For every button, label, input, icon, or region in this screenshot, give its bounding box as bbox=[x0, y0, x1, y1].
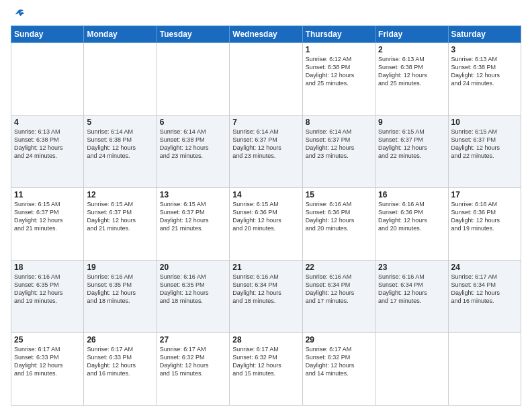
day-info: Sunrise: 6:13 AM Sunset: 6:38 PM Dayligh… bbox=[378, 55, 445, 88]
table-row: 2Sunrise: 6:13 AM Sunset: 6:38 PM Daylig… bbox=[375, 43, 448, 116]
day-info: Sunrise: 6:15 AM Sunset: 6:36 PM Dayligh… bbox=[232, 200, 299, 233]
day-number: 20 bbox=[160, 263, 226, 272]
table-row: 28Sunrise: 6:17 AM Sunset: 6:32 PM Dayli… bbox=[230, 333, 302, 406]
table-row: 25Sunrise: 6:17 AM Sunset: 6:33 PM Dayli… bbox=[11, 333, 84, 406]
col-saturday: Saturday bbox=[448, 26, 521, 43]
day-number: 5 bbox=[87, 118, 153, 127]
calendar-week-row: 4Sunrise: 6:13 AM Sunset: 6:38 PM Daylig… bbox=[11, 116, 521, 188]
day-number: 4 bbox=[14, 118, 81, 127]
day-info: Sunrise: 6:17 AM Sunset: 6:33 PM Dayligh… bbox=[14, 345, 81, 378]
day-info: Sunrise: 6:17 AM Sunset: 6:34 PM Dayligh… bbox=[451, 273, 518, 306]
table-row: 12Sunrise: 6:15 AM Sunset: 6:37 PM Dayli… bbox=[84, 188, 157, 261]
calendar-header-row: Sunday Monday Tuesday Wednesday Thursday… bbox=[11, 26, 521, 43]
table-row: 26Sunrise: 6:17 AM Sunset: 6:33 PM Dayli… bbox=[84, 333, 157, 406]
day-info: Sunrise: 6:15 AM Sunset: 6:37 PM Dayligh… bbox=[14, 200, 81, 233]
col-wednesday: Wednesday bbox=[230, 26, 302, 43]
table-row: 29Sunrise: 6:17 AM Sunset: 6:32 PM Dayli… bbox=[302, 333, 375, 406]
day-info: Sunrise: 6:14 AM Sunset: 6:37 PM Dayligh… bbox=[306, 128, 372, 161]
day-number: 18 bbox=[14, 263, 81, 272]
day-number: 8 bbox=[306, 118, 372, 127]
table-row bbox=[230, 43, 302, 116]
day-number: 13 bbox=[160, 190, 226, 199]
day-info: Sunrise: 6:17 AM Sunset: 6:32 PM Dayligh… bbox=[160, 345, 226, 378]
day-number: 23 bbox=[378, 263, 445, 272]
day-info: Sunrise: 6:16 AM Sunset: 6:34 PM Dayligh… bbox=[306, 273, 372, 306]
table-row: 18Sunrise: 6:16 AM Sunset: 6:35 PM Dayli… bbox=[11, 261, 84, 333]
table-row: 10Sunrise: 6:15 AM Sunset: 6:37 PM Dayli… bbox=[448, 116, 521, 188]
table-row bbox=[84, 43, 157, 116]
logo-bird-icon bbox=[12, 8, 26, 21]
col-monday: Monday bbox=[84, 26, 157, 43]
day-number: 28 bbox=[232, 335, 299, 345]
table-row: 20Sunrise: 6:16 AM Sunset: 6:35 PM Dayli… bbox=[157, 261, 229, 333]
calendar-week-row: 11Sunrise: 6:15 AM Sunset: 6:37 PM Dayli… bbox=[11, 188, 521, 261]
table-row: 17Sunrise: 6:16 AM Sunset: 6:36 PM Dayli… bbox=[448, 188, 521, 261]
day-number: 7 bbox=[232, 118, 299, 127]
day-info: Sunrise: 6:17 AM Sunset: 6:32 PM Dayligh… bbox=[232, 345, 299, 378]
day-info: Sunrise: 6:16 AM Sunset: 6:36 PM Dayligh… bbox=[306, 200, 372, 233]
table-row: 23Sunrise: 6:16 AM Sunset: 6:34 PM Dayli… bbox=[375, 261, 448, 333]
day-info: Sunrise: 6:15 AM Sunset: 6:37 PM Dayligh… bbox=[378, 128, 445, 161]
table-row: 24Sunrise: 6:17 AM Sunset: 6:34 PM Dayli… bbox=[448, 261, 521, 333]
calendar-week-row: 25Sunrise: 6:17 AM Sunset: 6:33 PM Dayli… bbox=[11, 333, 521, 406]
day-number: 10 bbox=[451, 118, 518, 127]
table-row: 21Sunrise: 6:16 AM Sunset: 6:34 PM Dayli… bbox=[230, 261, 302, 333]
day-info: Sunrise: 6:16 AM Sunset: 6:35 PM Dayligh… bbox=[14, 273, 81, 306]
table-row: 7Sunrise: 6:14 AM Sunset: 6:37 PM Daylig… bbox=[230, 116, 302, 188]
calendar-week-row: 1Sunrise: 6:12 AM Sunset: 6:38 PM Daylig… bbox=[11, 43, 521, 116]
day-info: Sunrise: 6:14 AM Sunset: 6:38 PM Dayligh… bbox=[87, 128, 153, 161]
table-row bbox=[448, 333, 521, 406]
table-row bbox=[375, 333, 448, 406]
day-number: 11 bbox=[14, 190, 81, 199]
day-info: Sunrise: 6:16 AM Sunset: 6:36 PM Dayligh… bbox=[378, 200, 445, 233]
day-info: Sunrise: 6:16 AM Sunset: 6:34 PM Dayligh… bbox=[232, 273, 299, 306]
day-info: Sunrise: 6:15 AM Sunset: 6:37 PM Dayligh… bbox=[451, 128, 518, 161]
table-row: 3Sunrise: 6:13 AM Sunset: 6:38 PM Daylig… bbox=[448, 43, 521, 116]
day-number: 12 bbox=[87, 190, 153, 199]
day-number: 22 bbox=[306, 263, 372, 272]
table-row: 1Sunrise: 6:12 AM Sunset: 6:38 PM Daylig… bbox=[302, 43, 375, 116]
day-info: Sunrise: 6:12 AM Sunset: 6:38 PM Dayligh… bbox=[306, 55, 372, 88]
table-row: 8Sunrise: 6:14 AM Sunset: 6:37 PM Daylig… bbox=[302, 116, 375, 188]
table-row: 27Sunrise: 6:17 AM Sunset: 6:32 PM Dayli… bbox=[157, 333, 229, 406]
day-number: 25 bbox=[14, 335, 81, 345]
table-row bbox=[11, 43, 84, 116]
col-friday: Friday bbox=[375, 26, 448, 43]
day-info: Sunrise: 6:14 AM Sunset: 6:37 PM Dayligh… bbox=[232, 128, 299, 161]
logo bbox=[11, 8, 26, 21]
table-row: 13Sunrise: 6:15 AM Sunset: 6:37 PM Dayli… bbox=[157, 188, 229, 261]
table-row: 11Sunrise: 6:15 AM Sunset: 6:37 PM Dayli… bbox=[11, 188, 84, 261]
table-row: 5Sunrise: 6:14 AM Sunset: 6:38 PM Daylig… bbox=[84, 116, 157, 188]
day-info: Sunrise: 6:16 AM Sunset: 6:36 PM Dayligh… bbox=[451, 200, 518, 233]
table-row: 22Sunrise: 6:16 AM Sunset: 6:34 PM Dayli… bbox=[302, 261, 375, 333]
col-sunday: Sunday bbox=[11, 26, 84, 43]
day-number: 24 bbox=[451, 263, 518, 272]
page: Sunday Monday Tuesday Wednesday Thursday… bbox=[0, 0, 532, 411]
header bbox=[11, 8, 521, 21]
calendar-week-row: 18Sunrise: 6:16 AM Sunset: 6:35 PM Dayli… bbox=[11, 261, 521, 333]
day-number: 27 bbox=[160, 335, 226, 345]
calendar-table: Sunday Monday Tuesday Wednesday Thursday… bbox=[11, 26, 521, 406]
day-number: 29 bbox=[306, 335, 372, 345]
day-number: 6 bbox=[160, 118, 226, 127]
col-tuesday: Tuesday bbox=[157, 26, 229, 43]
day-number: 1 bbox=[306, 45, 372, 54]
table-row: 4Sunrise: 6:13 AM Sunset: 6:38 PM Daylig… bbox=[11, 116, 84, 188]
day-info: Sunrise: 6:14 AM Sunset: 6:38 PM Dayligh… bbox=[160, 128, 226, 161]
day-number: 2 bbox=[378, 45, 445, 54]
day-info: Sunrise: 6:13 AM Sunset: 6:38 PM Dayligh… bbox=[14, 128, 81, 161]
day-number: 15 bbox=[306, 190, 372, 199]
table-row bbox=[157, 43, 229, 116]
day-info: Sunrise: 6:17 AM Sunset: 6:32 PM Dayligh… bbox=[306, 345, 372, 378]
table-row: 6Sunrise: 6:14 AM Sunset: 6:38 PM Daylig… bbox=[157, 116, 229, 188]
day-number: 16 bbox=[378, 190, 445, 199]
day-number: 19 bbox=[87, 263, 153, 272]
col-thursday: Thursday bbox=[302, 26, 375, 43]
day-info: Sunrise: 6:17 AM Sunset: 6:33 PM Dayligh… bbox=[87, 345, 153, 378]
table-row: 14Sunrise: 6:15 AM Sunset: 6:36 PM Dayli… bbox=[230, 188, 302, 261]
table-row: 9Sunrise: 6:15 AM Sunset: 6:37 PM Daylig… bbox=[375, 116, 448, 188]
day-info: Sunrise: 6:16 AM Sunset: 6:34 PM Dayligh… bbox=[378, 273, 445, 306]
day-info: Sunrise: 6:13 AM Sunset: 6:38 PM Dayligh… bbox=[451, 55, 518, 88]
table-row: 15Sunrise: 6:16 AM Sunset: 6:36 PM Dayli… bbox=[302, 188, 375, 261]
day-number: 21 bbox=[232, 263, 299, 272]
